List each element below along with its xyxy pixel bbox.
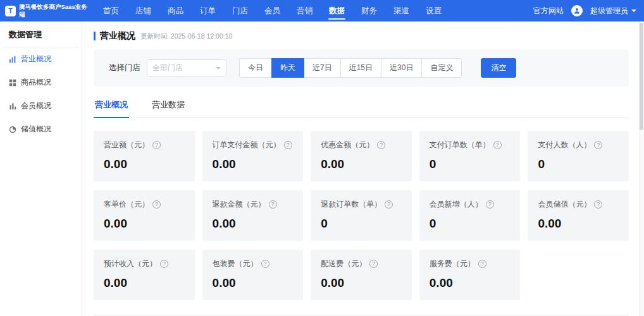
stat-label-text: 退款金额（元） [213,199,266,210]
nav-item-members[interactable]: 会员 [256,0,288,21]
stat-value: 0.00 [104,217,185,231]
main-nav: 首页 店铺 商品 订单 门店 会员 营销 数据 财务 渠道 设置 [95,0,450,21]
stat-label: 优惠金额（元） [321,140,402,150]
member-chart-icon [9,102,16,110]
official-site-link[interactable]: 官方网站 [533,6,564,16]
help-icon[interactable] [152,200,161,209]
nav-item-orders[interactable]: 订单 [192,0,224,21]
date-range-custom-button[interactable]: 自定义 [421,58,462,78]
stat-card-avg-order-value: 客单价（元） 0.00 [94,190,195,241]
nav-item-settings[interactable]: 设置 [418,0,450,21]
stat-card-packaging-fee: 包装费（元） 0.00 [202,250,304,300]
stat-label-text: 支付人数（人） [538,140,591,150]
stat-card-discount-amount: 优惠金额（元） 0.00 [311,131,412,181]
top-navigation-bar: T 腾马餐饮多商户Saas业务端 首页 店铺 商品 订单 门店 会员 营销 数据… [0,0,644,21]
sidebar-item-revenue-overview[interactable]: 营业概况 [0,47,82,71]
help-icon[interactable] [284,141,292,149]
section-accent-bar [94,32,96,40]
tab-business-overview[interactable]: 营业概况 [94,97,129,118]
sidebar-item-stored-value-overview[interactable]: 储值概况 [0,118,82,141]
stat-card-service-fee: 服务费（元） 0.00 [419,250,521,300]
update-time: 更新时间: 2025-06-18 12:00:10 [140,32,232,41]
scrollbar-thumb[interactable] [640,23,643,130]
stat-label-text: 预计收入（元） [104,258,157,269]
help-icon[interactable] [594,200,602,209]
chevron-down-icon [216,67,221,70]
filter-bar: 选择门店 全部门店 今日 昨天 近7日 近15日 近30日 自定义 清空 [94,49,629,87]
help-icon[interactable] [160,260,168,268]
user-avatar[interactable] [571,5,583,16]
help-icon[interactable] [478,260,486,268]
nav-item-channels[interactable]: 渠道 [385,0,418,21]
sidebar-title: 数据管理 [3,21,79,47]
stat-card-delivery-fee: 配送费（元） 0.00 [311,250,412,300]
store-select[interactable]: 全部门店 [147,59,226,76]
store-select-label: 选择门店 [109,63,140,73]
sidebar-item-label: 商品概况 [21,77,51,88]
store-select-placeholder: 全部门店 [152,63,183,73]
user-menu[interactable]: 超级管理员 [590,6,636,16]
sidebar-item-product-overview[interactable]: 商品概况 [0,71,82,94]
chevron-down-icon [631,9,636,12]
stat-label: 支付人数（人） [538,140,619,150]
stat-label: 服务费（元） [430,258,511,269]
stat-card-revenue: 营业额（元） 0.00 [94,131,195,181]
date-range-15days-button[interactable]: 近15日 [340,58,381,78]
date-range-30days-button[interactable]: 近30日 [381,58,422,78]
stat-value: 0.00 [104,276,185,290]
help-icon[interactable] [369,260,378,268]
nav-item-home[interactable]: 首页 [95,0,127,21]
stat-label: 会员储值（元） [538,199,619,210]
nav-item-products[interactable]: 商品 [159,0,192,21]
help-icon[interactable] [269,200,277,209]
stat-card-refund-orders: 退款订单数（单） 0 [311,190,412,241]
clear-button[interactable]: 清空 [481,58,516,78]
tab-business-data[interactable]: 营业数据 [151,97,186,118]
stat-label: 支付订单数（单） [430,140,511,150]
nav-item-finance[interactable]: 财务 [353,0,385,21]
nav-item-data[interactable]: 数据 [321,0,353,21]
sidebar-item-label: 储值概况 [21,124,51,135]
sidebar-item-member-overview[interactable]: 会员概况 [0,94,82,118]
stat-card-paid-orders: 支付订单数（单） 0 [419,131,521,181]
stat-value: 0.00 [213,217,294,231]
help-icon[interactable] [377,141,385,149]
stat-card-refund-amount: 退款金额（元） 0.00 [202,190,304,241]
person-icon [573,7,581,15]
help-icon[interactable] [261,260,269,268]
stat-value: 0.00 [213,276,294,290]
stat-label-text: 优惠金额（元） [321,140,374,150]
section-header: 营业概况 更新时间: 2025-06-18 12:00:10 [94,30,629,42]
stat-card-member-stored-value: 会员储值（元） 0.00 [528,190,629,241]
date-range-today-button[interactable]: 今日 [239,58,272,78]
sidebar: 数据管理 营业概况 商品概况 会员概况 储值概况 [0,21,82,316]
stat-cards: 营业额（元） 0.00 订单支付金额（元） 0.00 优惠金额（元） 0.00 … [94,131,629,300]
main-content: 营业概况 更新时间: 2025-06-18 12:00:10 选择门店 全部门店… [82,21,644,316]
nav-item-shop[interactable]: 店铺 [127,0,159,21]
stat-value: 0.00 [321,276,402,290]
nav-item-stores[interactable]: 门店 [224,0,256,21]
stat-card-order-paid-amount: 订单支付金额（元） 0.00 [202,131,304,181]
help-icon[interactable] [486,200,494,209]
date-range-yesterday-button[interactable]: 昨天 [271,58,304,78]
scrollbar-track [639,21,644,316]
stat-label: 客单价（元） [104,199,185,210]
stat-label: 配送费（元） [321,258,402,269]
stored-value-icon [9,126,16,133]
stat-label: 包装费（元） [213,258,294,269]
nav-item-marketing[interactable]: 营销 [288,0,321,21]
stat-label-text: 退款订单数（单） [321,199,381,210]
date-range-7days-button[interactable]: 近7日 [304,58,341,78]
stat-label: 订单支付金额（元） [213,140,294,150]
help-icon[interactable] [152,141,161,149]
stat-label-text: 会员新增（人） [430,199,483,210]
stat-value: 0 [430,157,511,171]
revenue-chart-icon [9,56,16,63]
stat-card-paying-users: 支付人数（人） 0 [528,131,629,181]
help-icon[interactable] [594,141,602,149]
product-grid-icon [9,79,16,87]
help-icon[interactable] [493,141,502,149]
stat-value: 0 [321,217,402,231]
stat-card-estimated-income: 预计收入（元） 0.00 [94,250,195,300]
help-icon[interactable] [385,200,393,209]
